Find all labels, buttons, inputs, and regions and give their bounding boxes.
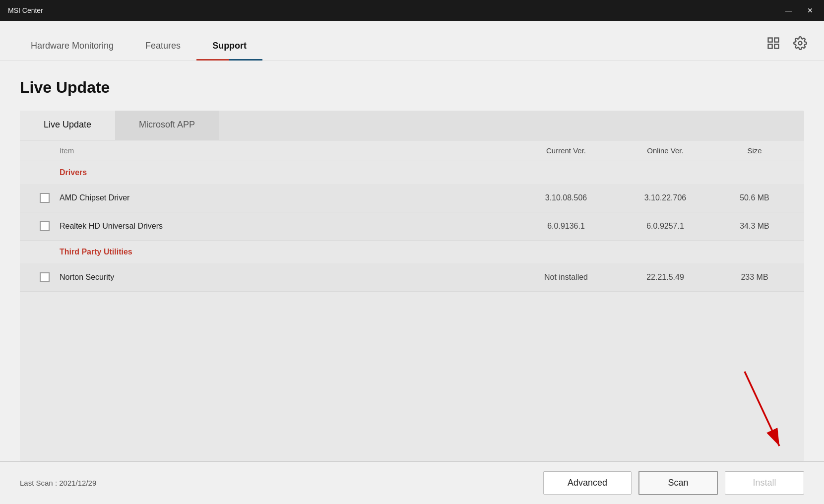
table-header: Item Current Ver. Online Ver. Size xyxy=(20,140,804,161)
svg-rect-0 xyxy=(768,38,772,42)
col-checkbox xyxy=(30,146,60,155)
col-item-header: Item xyxy=(60,146,516,155)
titlebar: MSI Center — ✕ xyxy=(0,0,824,21)
svg-rect-3 xyxy=(774,44,778,48)
col-size-header: Size xyxy=(715,146,794,155)
size: 233 MB xyxy=(715,273,794,282)
tab-hardware-monitoring[interactable]: Hardware Monitoring xyxy=(15,33,129,61)
settings-icon-button[interactable] xyxy=(791,34,809,52)
size: 50.6 MB xyxy=(715,193,794,202)
nav-icons xyxy=(764,34,809,60)
close-button[interactable]: ✕ xyxy=(804,5,816,15)
grid-icon-button[interactable] xyxy=(764,34,782,52)
settings-icon xyxy=(793,36,807,50)
current-ver: Not installed xyxy=(516,273,616,282)
item-name: AMD Chipset Driver xyxy=(60,193,516,202)
checkbox-cell xyxy=(30,272,60,282)
item-name: Norton Security xyxy=(60,273,516,282)
col-current-ver-header: Current Ver. xyxy=(516,146,616,155)
window-controls: — ✕ xyxy=(782,5,816,15)
grid-icon xyxy=(766,36,780,50)
footer: Last Scan : 2021/12/29 Advanced Scan Ins… xyxy=(0,461,824,504)
checkbox-cell xyxy=(30,193,60,203)
tab-live-update[interactable]: Live Update xyxy=(20,111,115,140)
minimize-button[interactable]: — xyxy=(782,5,795,15)
checkbox-cell xyxy=(30,221,60,231)
last-scan-label: Last Scan : 2021/12/29 xyxy=(20,479,96,487)
navbar: Hardware Monitoring Features Support xyxy=(0,21,824,61)
tab-features[interactable]: Features xyxy=(129,33,196,61)
norton-checkbox[interactable] xyxy=(40,272,50,282)
tab-microsoft-app[interactable]: Microsoft APP xyxy=(115,111,219,140)
sub-tabs: Live Update Microsoft APP xyxy=(20,111,804,140)
table-row: Norton Security Not installed 22.21.5.49… xyxy=(20,263,804,292)
tab-support[interactable]: Support xyxy=(196,33,262,61)
svg-rect-1 xyxy=(774,38,778,42)
col-online-ver-header: Online Ver. xyxy=(616,146,715,155)
online-ver: 22.21.5.49 xyxy=(616,273,715,282)
current-ver: 3.10.08.506 xyxy=(516,193,616,202)
item-name: Realtek HD Universal Drivers xyxy=(60,222,516,231)
advanced-button[interactable]: Advanced xyxy=(543,471,632,495)
svg-rect-2 xyxy=(768,44,772,48)
amd-checkbox[interactable] xyxy=(40,193,50,203)
update-panel: Live Update Microsoft APP Item Current V… xyxy=(20,111,804,461)
install-button[interactable]: Install xyxy=(725,471,804,495)
page-title: Live Update xyxy=(20,78,804,97)
size: 34.3 MB xyxy=(715,222,794,231)
footer-buttons: Advanced Scan Install xyxy=(543,471,804,495)
nav-tabs: Hardware Monitoring Features Support xyxy=(15,33,262,60)
app-title: MSI Center xyxy=(8,6,43,14)
realtek-checkbox[interactable] xyxy=(40,221,50,231)
scan-button[interactable]: Scan xyxy=(638,471,718,495)
svg-point-4 xyxy=(799,42,802,45)
table-row: AMD Chipset Driver 3.10.08.506 3.10.22.7… xyxy=(20,184,804,212)
main-content: Live Update Live Update Microsoft APP It… xyxy=(0,61,824,461)
section-third-party: Third Party Utilities xyxy=(20,241,804,263)
online-ver: 6.0.9257.1 xyxy=(616,222,715,231)
current-ver: 6.0.9136.1 xyxy=(516,222,616,231)
table-empty-space xyxy=(20,292,804,461)
online-ver: 3.10.22.706 xyxy=(616,193,715,202)
table-row: Realtek HD Universal Drivers 6.0.9136.1 … xyxy=(20,212,804,241)
section-drivers: Drivers xyxy=(20,161,804,184)
